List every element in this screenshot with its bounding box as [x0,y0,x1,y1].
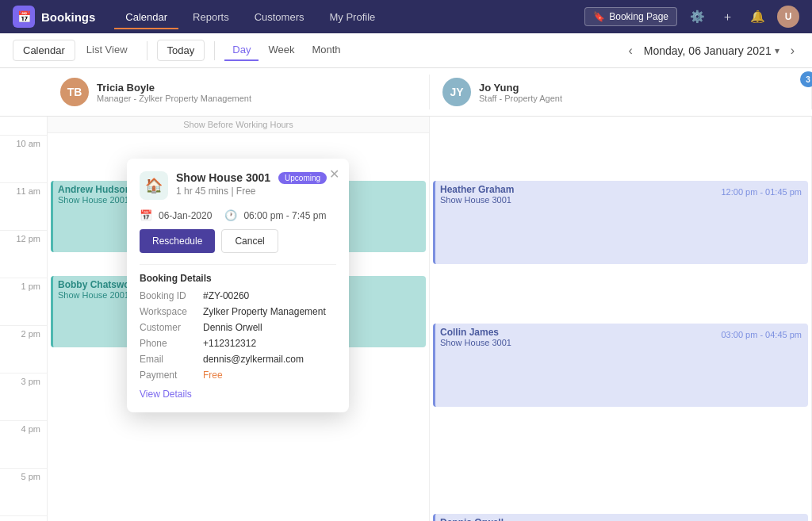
email-label: Email [140,354,203,365]
payment-value: Free [203,370,223,381]
detail-customer: Customer Dennis Orwell [140,322,336,333]
customer-label: Customer [140,322,203,333]
booking-detail-modal: ✕ 🏠 Show House 3001 Upcoming 1 hr 45 min… [127,159,349,412]
detail-booking-id: Booking ID #ZY-00260 [140,290,336,301]
modal-header: 🏠 Show House 3001 Upcoming 1 hr 45 mins … [140,171,336,200]
modal-duration: 1 hr 45 mins [176,186,228,197]
workspace-value: Zylker Property Management [203,306,326,317]
detail-workspace: Workspace Zylker Property Management [140,306,336,317]
phone-label: Phone [140,338,203,349]
phone-value: +112312312 [203,338,256,349]
cancel-button[interactable]: Cancel [221,229,278,253]
modal-status-badge: Upcoming [278,172,327,184]
service-icon: 🏠 [140,171,168,200]
email-value: dennis@zylkermail.com [203,354,304,365]
payment-label: Payment [140,370,203,381]
modal-subtitle: 1 hr 45 mins | Free [176,186,327,197]
modal-title-row: Show House 3001 Upcoming [176,171,327,184]
view-details-link[interactable]: View Details [140,389,192,400]
modal-date: 06-Jan-2020 [159,210,212,221]
booking-id-label: Booking ID [140,290,203,301]
detail-payment: Payment Free [140,370,336,381]
customer-value: Dennis Orwell [203,322,262,333]
modal-date-row: 📅 06-Jan-2020 🕐 06:00 pm - 7:45 pm [140,209,336,221]
clock-icon: 🕐 [224,209,237,221]
modal-divider [140,264,336,265]
booking-details-title: Booking Details [140,273,336,284]
modal-actions: Reschedule Cancel [140,229,336,253]
workspace-label: Workspace [140,306,203,317]
modal-title-area: Show House 3001 Upcoming 1 hr 45 mins | … [176,171,327,197]
reschedule-button[interactable]: Reschedule [140,229,215,253]
calendar-icon: 📅 [140,209,152,221]
modal-service-name: Show House 3001 [176,171,270,184]
detail-phone: Phone +112312312 [140,338,336,349]
modal-close-button[interactable]: ✕ [329,167,339,182]
modal-overlay: ✕ 🏠 Show House 3001 Upcoming 1 hr 45 min… [0,0,812,521]
modal-time: 06:00 pm - 7:45 pm [243,210,326,221]
modal-payment-type: Free [236,186,256,197]
detail-email: Email dennis@zylkermail.com [140,354,336,365]
booking-id-value: #ZY-00260 [203,290,249,301]
